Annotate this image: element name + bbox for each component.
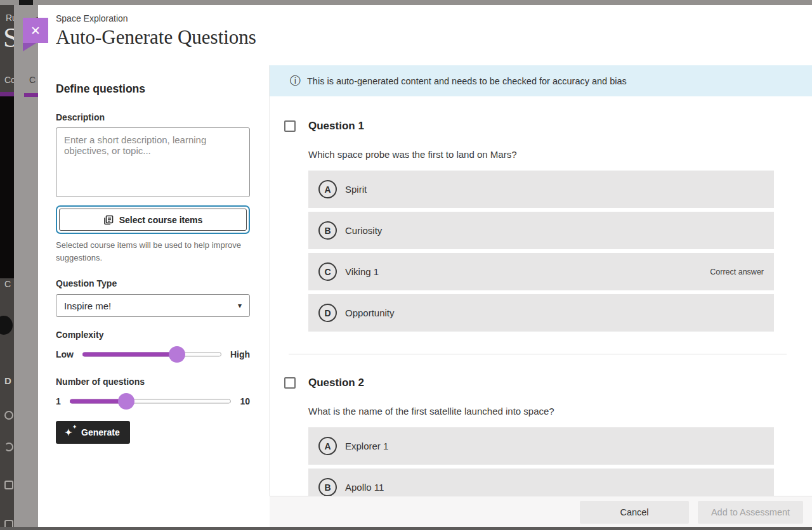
background-panel-tab-fragment: C — [29, 75, 36, 85]
answer-option[interactable]: A Explorer 1 — [308, 427, 774, 465]
select-course-items-button[interactable]: Select course items — [59, 209, 247, 231]
question-checkbox[interactable] — [284, 377, 296, 389]
questions-list: Question 1 Which space probe was the fir… — [270, 96, 812, 527]
question-title: Question 2 — [308, 377, 364, 389]
option-letter: A — [318, 437, 337, 455]
answer-option[interactable]: C Viking 1 Correct answer — [308, 253, 774, 290]
course-items-helper-text: Selected course items will be used to he… — [56, 239, 241, 264]
complexity-label: Complexity — [56, 330, 250, 340]
question-type-value: Inspire me! — [64, 301, 111, 311]
question-title: Question 1 — [308, 120, 364, 132]
avatar — [0, 316, 13, 335]
banner-text: This is auto-generated content and needs… — [307, 76, 627, 86]
description-input[interactable] — [56, 127, 250, 197]
complexity-slider-row: Low High — [56, 346, 250, 363]
background-course-title-fragment: S — [3, 22, 14, 54]
background-media-block — [0, 96, 14, 278]
cancel-button[interactable]: Cancel — [580, 501, 689, 524]
generated-questions-region: ⓘ This is auto-generated content and nee… — [270, 65, 812, 527]
option-letter: B — [318, 478, 337, 496]
sparkles-icon: ✦ ✦ — [66, 428, 75, 437]
define-questions-form: Define questions Description Select — [56, 82, 250, 444]
question-text: Which space probe was the first to land … — [308, 148, 774, 161]
chevron-down-icon: ▾ — [238, 301, 242, 310]
close-button[interactable]: ✕ — [23, 18, 48, 43]
options-list: A Explorer 1 B Apollo 11 — [308, 427, 774, 506]
answer-option[interactable]: A Spirit — [308, 171, 774, 208]
complexity-low-label: Low — [56, 349, 74, 359]
auto-generate-questions-panel: Space Exploration Auto-Generate Question… — [38, 5, 812, 527]
description-label: Description — [56, 112, 250, 122]
answer-option[interactable]: D Opportunity — [308, 294, 774, 332]
panel-header: Space Exploration Auto-Generate Question… — [56, 13, 256, 49]
background-panel-tab-underline — [24, 93, 38, 97]
question-divider — [289, 354, 787, 354]
background-top-bar — [0, 0, 812, 5]
question-header: Question 1 — [270, 120, 812, 132]
complexity-high-label: High — [230, 349, 250, 359]
background-page-layer: Ru S Cc C D — [0, 5, 14, 530]
background-top-tab — [19, 0, 33, 5]
generate-button[interactable]: ✦ ✦ Generate — [56, 421, 130, 444]
add-to-assessment-button[interactable]: Add to Assessment — [698, 501, 803, 524]
correct-answer-badge: Correct answer — [710, 268, 764, 276]
background-text-fragment-c: C — [4, 279, 11, 289]
num-questions-min-label: 1 — [56, 396, 61, 406]
generate-label: Generate — [81, 427, 120, 437]
edit-icon — [4, 481, 13, 489]
complexity-slider[interactable] — [82, 346, 221, 363]
background-panel-layer: S C — [14, 5, 38, 530]
background-tab-underline — [0, 92, 14, 96]
option-label: Explorer 1 — [345, 441, 388, 451]
option-label: Opportunity — [345, 307, 395, 318]
panel-footer: Cancel Add to Assessment — [270, 496, 812, 527]
screen: Ru S Cc C D S C Space Exploration Auto-G… — [0, 0, 812, 530]
background-bottom-edge — [0, 527, 812, 530]
number-of-questions-label: Number of questions — [56, 377, 250, 387]
question-text: What is the name of the first satellite … — [308, 405, 774, 418]
option-letter: D — [318, 304, 337, 322]
slider-fill — [82, 352, 177, 357]
select-course-items-label: Select course items — [119, 215, 203, 225]
question-checkbox[interactable] — [284, 120, 296, 132]
question-header: Question 2 — [270, 377, 812, 389]
option-label: Curiosity — [345, 225, 382, 236]
question-block: Question 2 What is the name of the first… — [270, 354, 812, 506]
clock-icon — [4, 443, 13, 451]
option-label: Viking 1 — [345, 266, 379, 277]
option-letter: C — [318, 262, 337, 281]
question-block: Question 1 Which space probe was the fir… — [270, 120, 812, 332]
focus-ring: Select course items — [56, 205, 250, 234]
background-tab-fragment: Cc — [4, 75, 14, 85]
options-list: A Spirit B Curiosity C Viking 1 Correct … — [308, 171, 774, 332]
answer-option[interactable]: B Curiosity — [308, 212, 774, 249]
person-icon — [4, 411, 13, 420]
page-title: Auto-Generate Questions — [56, 26, 256, 49]
number-of-questions-slider-row: 1 10 — [56, 393, 250, 410]
question-type-select[interactable]: Inspire me! ▾ — [56, 294, 250, 317]
question-type-label: Question Type — [56, 278, 250, 288]
option-letter: B — [318, 221, 337, 240]
copy-document-icon — [103, 215, 114, 225]
info-icon: ⓘ — [290, 75, 301, 86]
num-questions-max-label: 10 — [240, 396, 250, 406]
form-heading: Define questions — [56, 82, 250, 96]
option-label: Spirit — [345, 184, 367, 195]
close-icon: ✕ — [30, 25, 41, 37]
option-label: Apollo 11 — [345, 482, 384, 493]
slider-thumb[interactable] — [169, 346, 185, 363]
option-letter: A — [318, 180, 337, 198]
course-name: Space Exploration — [56, 13, 256, 23]
background-text-fragment-d: D — [4, 375, 11, 386]
number-of-questions-slider[interactable] — [70, 393, 232, 410]
slider-thumb[interactable] — [118, 393, 134, 410]
close-button-tail — [23, 43, 36, 51]
ai-disclaimer-banner: ⓘ This is auto-generated content and nee… — [270, 65, 812, 96]
